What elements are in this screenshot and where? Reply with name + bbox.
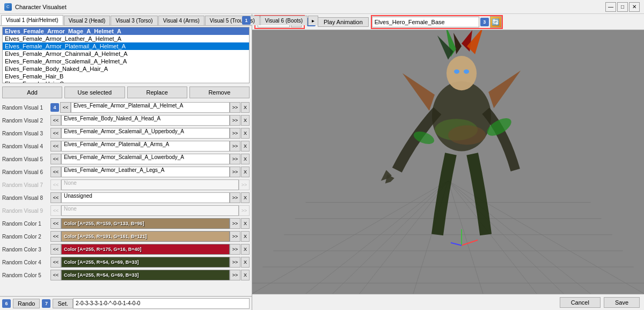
random-close-button[interactable]: X (241, 167, 250, 177)
remove-button[interactable]: Remove (189, 86, 250, 98)
random-row-label: Random Visual 7 (2, 182, 50, 188)
random-prev-button[interactable]: << (50, 257, 61, 268)
visual-list[interactable]: Elves_Female_Armor_Mage_A_Helmet_A Elves… (2, 27, 250, 83)
list-item[interactable]: Elves_Female_Armor_Chainmail_A_Helmet_A (3, 50, 249, 57)
tab-visual6[interactable]: Visual 6 (Boots) (260, 16, 308, 25)
bottom-text-input[interactable] (73, 298, 250, 309)
random-row: Random Visual 4<<Elves_Female_Armor_Plat… (2, 140, 250, 152)
random-row-label: Random Visual 6 (2, 169, 50, 175)
random-close-button[interactable]: X (241, 102, 250, 113)
random-next-button[interactable]: >> (230, 141, 240, 152)
random-next-button[interactable]: >> (230, 218, 240, 229)
random-value-field[interactable]: Elves_Female_Armor_Platemail_A_Arms_A (61, 141, 230, 152)
random-next-button[interactable]: >> (230, 257, 240, 268)
random-row-label: Random Visual 5 (2, 156, 50, 162)
random-next-button[interactable]: >> (230, 192, 240, 203)
tab-visual3[interactable]: Visual 3 (Torso) (111, 16, 157, 25)
list-item[interactable]: Elves_Female_Armor_Platemail_A_Helmet_A (3, 42, 249, 50)
random-close-button[interactable]: X (241, 231, 250, 242)
list-item[interactable]: Elves_Female_Armor_Leather_A_Helmet_A (3, 35, 249, 42)
char-icon-button[interactable]: 🔄 (490, 16, 502, 28)
random-button[interactable]: Rando (13, 299, 40, 308)
random-prev-button[interactable]: << (50, 128, 61, 139)
list-item[interactable]: Elves_Female_Armor_Scalemail_A_Helmet_A (3, 57, 249, 65)
random-row: Random Visual 14<<Elves_Female_Armor_Pla… (2, 102, 250, 113)
random-color-swatch: Color [A=255, R=159, G=133, B=96] (61, 218, 230, 229)
random-next-button[interactable]: >> (230, 231, 240, 242)
random-row: Random Color 5<<Color [A=255, R=54, G=69… (2, 269, 250, 281)
random-close-button[interactable]: X (241, 244, 250, 255)
random-value-field[interactable]: Elves_Female_Armor_Scalemail_A_Upperbody… (61, 128, 230, 139)
bottom-badge-7: 7 (42, 299, 50, 308)
tab-more-button[interactable]: ▸ (308, 16, 318, 25)
minimize-button[interactable]: — (605, 2, 616, 12)
random-next-button[interactable]: >> (230, 115, 240, 126)
tabs-row: Visual 1 (Hair/Helmet) Visual 2 (Head) V… (0, 14, 252, 25)
random-next-button: >> (239, 179, 250, 190)
random-close-button[interactable]: X (241, 270, 250, 280)
random-next-button[interactable]: >> (230, 102, 240, 113)
random-row-label: Random Visual 4 (2, 143, 50, 149)
random-next-button[interactable]: >> (230, 167, 240, 177)
random-row-label: Random Color 4 (2, 259, 50, 265)
list-item[interactable]: Elves_Female_Hair_C (3, 80, 249, 83)
random-row-label: Random Color 2 (2, 234, 50, 240)
list-item[interactable]: Elves_Female_Body_Naked_A_Hair_A (3, 65, 249, 73)
tab-visual4[interactable]: Visual 4 (Arms) (158, 16, 204, 25)
random-color-swatch: Color [A=255, R=54, G=69, B=33] (61, 257, 230, 268)
random-prev-button[interactable]: << (50, 244, 61, 255)
random-prev-button[interactable]: << (50, 231, 61, 242)
main-content: Visual 1 (Hair/Helmet) Visual 2 (Head) V… (0, 14, 644, 310)
random-color-swatch: Color [A=255, R=191, G=161, B=121] (61, 231, 230, 242)
random-close-button[interactable]: X (241, 257, 250, 268)
random-close-button[interactable]: X (241, 192, 250, 203)
random-prev-button[interactable]: << (60, 102, 71, 113)
random-value-field: None (61, 205, 239, 216)
cancel-button[interactable]: Cancel (560, 297, 601, 308)
random-close-button[interactable]: X (241, 218, 250, 229)
save-button[interactable]: Save (604, 297, 640, 308)
close-button[interactable]: ✕ (629, 2, 640, 12)
random-close-button[interactable]: X (241, 141, 250, 152)
random-next-button[interactable]: >> (230, 154, 240, 164)
svg-point-18 (447, 56, 477, 90)
tab-visual5[interactable]: Visual 5 (Trousers) (205, 16, 260, 25)
random-prev-button[interactable]: << (50, 141, 61, 152)
random-prev-button[interactable]: << (50, 115, 61, 126)
random-close-button[interactable]: X (241, 154, 250, 164)
tab-visual1[interactable]: Visual 1 (Hair/Helmet) (1, 15, 63, 25)
random-close-button[interactable]: X (241, 128, 250, 139)
random-prev-button[interactable]: << (50, 218, 61, 229)
tab-visual2[interactable]: Visual 2 (Head) (64, 16, 111, 25)
3d-viewport (252, 30, 644, 294)
title-bar: C Character Visualset — □ ✕ (0, 0, 644, 14)
list-item[interactable]: Elves_Female_Hair_B (3, 73, 249, 80)
window-title: Character Visualset (15, 4, 67, 10)
random-next-button[interactable]: >> (230, 128, 240, 139)
random-value-field[interactable]: Elves_Female_Armor_Platemail_A_Helmet_A (71, 102, 230, 113)
maximize-button[interactable]: □ (617, 2, 628, 12)
tabs-container: Visual 1 (Hair/Helmet) Visual 2 (Head) V… (0, 14, 252, 26)
random-close-button[interactable]: X (241, 115, 250, 126)
random-next-button[interactable]: >> (230, 244, 240, 255)
random-row-label: Random Visual 3 (2, 131, 50, 136)
random-value-field[interactable]: Unassigned (61, 192, 230, 203)
random-value-field[interactable]: Elves_Female_Body_Naked_A_Head_A (61, 115, 230, 126)
random-next-button[interactable]: >> (230, 270, 240, 280)
random-value-field[interactable]: Elves_Female_Armor_Scalemail_A_Lowerbody… (61, 154, 230, 164)
random-prev-button[interactable]: << (50, 167, 61, 177)
random-prev-button[interactable]: << (50, 270, 61, 280)
random-prev-button[interactable]: << (50, 154, 61, 164)
use-selected-button[interactable]: Use selected (64, 86, 125, 98)
svg-point-31 (464, 69, 469, 74)
add-button[interactable]: Add (2, 86, 62, 98)
replace-button[interactable]: Replace (127, 86, 187, 98)
set-button[interactable]: Set. (53, 299, 73, 308)
bottom-bar: 6 Rando 7 Set. (0, 296, 252, 310)
random-grid: Random Visual 14<<Elves_Female_Armor_Pla… (0, 100, 252, 296)
char-name-input[interactable] (372, 17, 479, 27)
random-prev-button[interactable]: << (50, 192, 61, 203)
list-header-item[interactable]: Elves_Female_Armor_Mage_A_Helmet_A (3, 27, 249, 35)
random-value-field[interactable]: Elves_Female_Armor_Leather_A_Legs_A (61, 167, 230, 177)
play-animation-button[interactable]: Play Animation (318, 17, 369, 27)
